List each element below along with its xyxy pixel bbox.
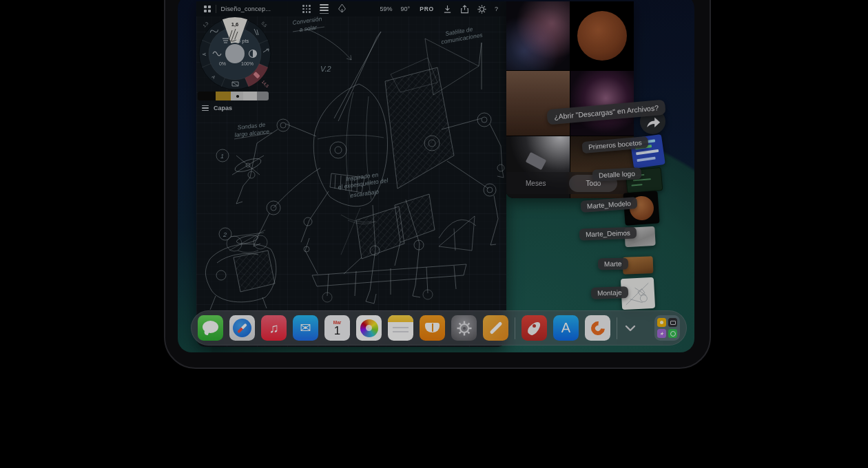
wheel-center-knob[interactable] (225, 44, 245, 63)
tool-wheel[interactable]: 1,6 1,6 pts 0% 100% (196, 11, 282, 100)
notes-header-icon (388, 315, 413, 322)
layers-menu-icon (202, 105, 209, 111)
layers-tool-icon[interactable] (320, 4, 329, 14)
annotation-version: V.2 (320, 65, 331, 73)
dock-divider (515, 317, 515, 339)
eraser-size-label: 14,5 (261, 80, 270, 89)
rocket-icon (526, 319, 542, 337)
dock-app-library[interactable]: ★ (654, 315, 680, 341)
calendar-day: 1 (334, 325, 340, 337)
color-palette-bar[interactable] (198, 92, 269, 100)
appstore-a-icon: A (561, 320, 570, 336)
selected-size-value: 1,6 (231, 21, 238, 28)
svg-text:A: A (202, 52, 207, 56)
dock: ♫ ✉ Mar 1 (191, 310, 687, 345)
drag-label-marte-deimos[interactable]: Marte_Deimos (579, 227, 637, 241)
palette-swatch-white[interactable] (243, 92, 257, 100)
tab-meses[interactable]: Meses (526, 180, 546, 187)
dock-app-photos[interactable] (356, 315, 382, 341)
c-logo-icon (588, 318, 607, 337)
app-library-mini-camera (668, 318, 677, 327)
photo-nebula-1[interactable] (506, 1, 570, 70)
zoom-level[interactable]: 59% (380, 6, 393, 12)
music-note-icon: ♫ (269, 321, 278, 336)
palette-swatch-gold[interactable] (216, 92, 231, 100)
dock-app-calendar[interactable]: Mar 1 (324, 315, 350, 341)
mars-globe (577, 11, 627, 61)
chevron-down-icon (625, 325, 636, 332)
dock-app-safari[interactable] (229, 315, 255, 341)
pen-icon (489, 321, 502, 334)
dock-chevron-down[interactable] (623, 315, 637, 341)
dock-divider (617, 317, 617, 339)
palette-swatch-black[interactable] (198, 92, 216, 100)
dock-app-mail[interactable]: ✉ (293, 315, 318, 341)
sketch-app-window[interactable]: Conversión a solar Satélite de comunicac… (196, 1, 506, 347)
precision-grid-icon[interactable] (302, 5, 311, 13)
dock-app-music[interactable]: ♫ (261, 315, 287, 341)
drag-label-montaje[interactable]: Montaje (591, 286, 628, 299)
probe-number-1: 1 (220, 153, 224, 160)
pro-badge[interactable]: PRO (420, 6, 434, 12)
brush-size-label: 1,6 pts (234, 38, 249, 44)
layers-panel-button[interactable]: Capas (202, 105, 232, 111)
settings-gear-icon[interactable] (477, 5, 486, 14)
drag-label-marte[interactable]: Marte (598, 258, 628, 270)
app-library-mini-yellow (657, 318, 666, 327)
export-share-icon[interactable] (460, 5, 469, 14)
dock-app-settings[interactable] (451, 315, 477, 341)
app-library-mini-star: ★ (657, 329, 666, 338)
palette-swatch-gray[interactable] (257, 92, 269, 100)
dock-app-sketch-pen[interactable] (483, 315, 508, 341)
mail-envelope-icon: ✉ (300, 320, 311, 336)
dock-app-books[interactable] (420, 315, 445, 341)
probe-shape (526, 152, 546, 170)
photo-mars-globe[interactable] (570, 1, 634, 70)
settings-gear-icon (456, 320, 473, 337)
photo-mars-landscape[interactable] (506, 71, 570, 136)
dock-app-rocket[interactable] (521, 315, 547, 341)
palette-selection-dot (236, 95, 239, 98)
pen-size-label: 1,3 (203, 21, 210, 28)
dock-app-messages[interactable] (198, 315, 223, 341)
app-library-mini-green (668, 329, 677, 338)
layers-label: Capas (214, 105, 232, 111)
dock-app-c-drawing[interactable] (585, 315, 610, 341)
help-button[interactable]: ? (495, 6, 498, 12)
probe-number-2: 2 (223, 231, 227, 238)
stage-background: Conversión a solar Satélite de comunicac… (0, 0, 868, 468)
rotation-value[interactable]: 90° (401, 6, 411, 12)
ipad-screen: Conversión a solar Satélite de comunicac… (178, 0, 694, 352)
dock-app-appstore[interactable]: A (553, 315, 579, 341)
airbrush-size-label: 5,5 (260, 21, 268, 29)
dock-app-notes[interactable] (388, 315, 413, 341)
ipad-device-frame: Conversión a solar Satélite de comunicac… (164, 0, 711, 369)
import-icon[interactable] (443, 5, 452, 14)
opacity-min-label: 0% (219, 61, 226, 66)
opacity-max-label: 100% (241, 61, 254, 66)
selection-nib-icon[interactable] (338, 3, 347, 14)
